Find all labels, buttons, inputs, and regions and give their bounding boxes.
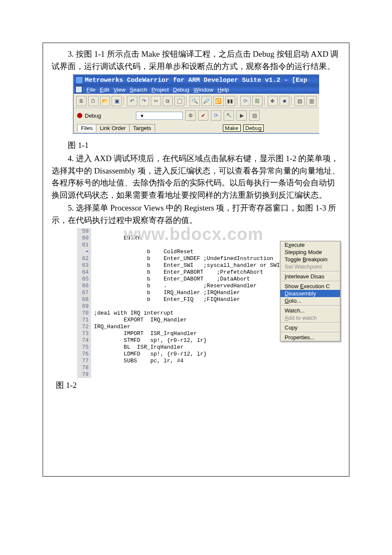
tab-targets[interactable]: Targets [129,124,155,132]
stop-icon[interactable]: ■ [280,96,290,106]
run-icon[interactable]: ▶ [236,110,247,121]
codewarrior-window: Metrowerks CodeWarrior for ARM Developer… [73,74,319,134]
ctx-add-to-watch: Add to watch [280,314,340,321]
ctx-interleave-disas[interactable]: Interleave Disas [280,273,340,280]
errors-icon[interactable]: ❖ [268,96,278,106]
undo-icon[interactable]: ↶ [127,96,137,106]
ctx-set-watchpoint: Set Watchpoint [280,263,340,270]
menu-window[interactable]: Window [193,87,213,93]
link-icon[interactable]: ⛓ [252,96,262,106]
find-files-icon[interactable]: 🔎 [202,96,212,106]
doc-list-icon[interactable]: ▤ [249,110,259,121]
replace-icon[interactable]: 🔁 [213,96,224,106]
ctx-watch-[interactable]: Watch... [280,307,340,314]
debug-tooltip: Debug [243,124,264,132]
ctx-show-execution-c[interactable]: Show Execution C [280,283,340,290]
menu-bar: File Edit View Search Project Debug Wind… [74,85,319,94]
ctx-goto-[interactable]: Goto... [280,297,340,304]
context-menu: ExecuteStepping ModeToggle BreakpoinSet … [280,241,340,341]
window-title: Metrowerks CodeWarrior for ARM Developer… [85,77,307,84]
paste-icon[interactable]: 📋 [174,96,184,106]
paragraph-4: 4. 进入 AXD 调试环境后，在代码区域点击鼠标右键，显示图 1-2 的菜单项… [52,153,340,201]
axd-window: www.bdocx.com 59 60 61➔ 62 63 64 65 66 6… [77,228,340,378]
doc-icon [75,86,82,93]
title-bar: Metrowerks CodeWarrior for ARM Developer… [74,75,319,85]
ctx-toggle-breakpoin[interactable]: Toggle Breakpoin [280,256,340,263]
menu-help[interactable]: Help [218,87,229,93]
cut-icon[interactable]: ✂ [151,96,161,106]
target-icon [77,113,82,118]
menu-search[interactable]: Search [130,87,147,93]
target-toolbar: Debug ▾ ⚙ ✔ ⟳ ⛏ ▶ ▤ [74,108,319,122]
ctx-copy[interactable]: Copy [280,324,340,331]
code-body[interactable]: ENTRY b ColdReset b Enter_UNDEF ;Undefin… [91,228,280,364]
target-combo[interactable]: ▾ [136,112,183,120]
settings-icon[interactable]: ⚙ [185,110,196,121]
make-icon[interactable]: ⛏ [224,110,234,121]
ctx-stepping-mode[interactable]: Stepping Mode [280,249,340,256]
check-icon[interactable]: ✔ [198,110,208,121]
make-tooltip: Make [223,124,241,132]
menu-edit[interactable]: Edit [100,87,109,93]
main-toolbar: 🗎 🗋 📂 ▣ ↶ ↷ ✂ ⧉ 📋 🔍 🔎 🔁 ▮▮ ⟳ ⛓ ❖ ■ ▤ ▥ [74,94,319,108]
copy-icon[interactable]: ⧉ [163,96,173,106]
menu-file[interactable]: File [86,87,95,93]
figure-1-1-label: 图 1-1 [52,140,340,151]
menu-view[interactable]: View [113,87,125,93]
paragraph-3: 3. 按图 1-1 所示点击 Make 按钮编译工程，之后点击 Debug 按钮… [52,48,340,72]
figure-1-2-label: 图 1-2 [56,380,340,391]
ctx-disassembly[interactable]: Disassembly [280,290,340,297]
compile-icon[interactable]: ⟳ [240,96,251,106]
ctx-execute[interactable]: Execute [280,241,340,249]
redo-icon[interactable]: ↷ [139,96,149,106]
grid-icon[interactable]: ▤ [294,96,305,106]
app-icon [75,76,83,84]
find-icon[interactable]: 🔍 [190,96,200,106]
sync-icon[interactable]: ⟳ [211,110,221,121]
open-icon[interactable]: 📂 [100,96,110,106]
new-file-icon[interactable]: 🗋 [88,96,98,106]
panel-icon[interactable]: ▥ [306,96,317,106]
line-gutter: 59 60 61➔ 62 63 64 65 66 67 68 69 70 71 … [77,228,91,378]
new-icon[interactable]: 🗎 [76,96,86,106]
save-icon[interactable]: ▣ [112,96,122,106]
tab-files[interactable]: Files [77,124,96,132]
menu-project[interactable]: Project [152,87,169,93]
ctx-properties-[interactable]: Properties... [280,334,340,341]
book-icon[interactable]: ▮▮ [225,96,236,106]
tab-link-order[interactable]: Link Order [96,124,130,132]
paragraph-5: 5. 选择菜单 Processor Views 中的 Registers 项，打… [52,202,340,226]
project-tabs: Files Link Order Targets [77,124,155,132]
target-label: Debug [85,113,101,119]
menu-debug[interactable]: Debug [173,87,189,93]
